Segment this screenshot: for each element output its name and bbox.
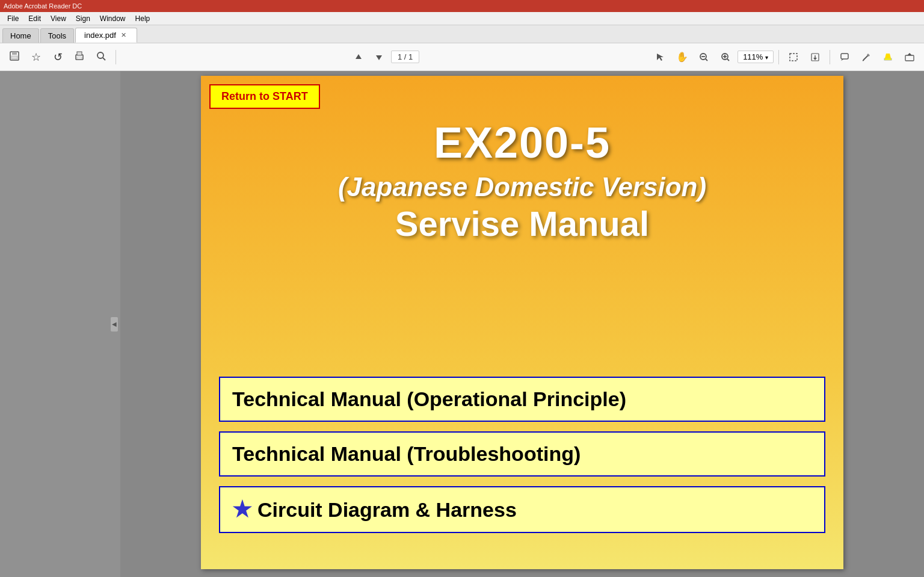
toolbar-separator-1 <box>116 50 116 64</box>
main-area: ◀ Return to START EX200-5 (Japanese Dome… <box>0 71 924 577</box>
svg-line-24 <box>863 55 868 60</box>
refresh-button[interactable]: ↺ <box>48 48 67 67</box>
page-indicator[interactable]: 1 / 1 <box>391 51 419 63</box>
zoom-dropdown-icon: ▾ <box>765 54 768 61</box>
menu-bar: File Edit View Sign Window Help <box>0 12 924 25</box>
zoom-value: 111% <box>743 52 763 61</box>
scrolling-tool-button[interactable] <box>805 48 825 67</box>
search-icon <box>96 51 106 64</box>
return-to-start-button[interactable]: Return to START <box>209 84 320 109</box>
menu-help[interactable]: Help <box>131 13 155 24</box>
print-button[interactable] <box>70 48 89 67</box>
svg-line-13 <box>706 59 707 61</box>
link-operational[interactable]: Technical Manual (Operational Principle) <box>219 377 825 422</box>
page-sep: / <box>404 52 408 61</box>
tab-file-label: index.pdf <box>84 31 116 40</box>
pdf-links-area: Technical Manual (Operational Principle)… <box>219 377 825 533</box>
chevron-left-icon: ◀ <box>112 321 117 327</box>
share-button[interactable] <box>900 48 919 67</box>
svg-rect-1 <box>12 52 17 55</box>
next-page-button[interactable] <box>371 49 387 66</box>
toolbar-right: ✋ 111% ▾ <box>651 48 919 67</box>
toolbar: ☆ ↺ 1 / 1 ✋ <box>0 43 924 71</box>
svg-marker-30 <box>907 53 912 55</box>
tab-home[interactable]: Home <box>2 28 39 43</box>
menu-sign[interactable]: Sign <box>71 13 95 24</box>
pdf-canvas: Return to START EX200-5 (Japanese Domest… <box>120 71 924 577</box>
menu-view[interactable]: View <box>46 13 71 24</box>
pdf-subtitle1: (Japanese Domestic Version) <box>201 172 843 202</box>
title-bar: Adobe Acrobat Reader DC <box>0 0 924 12</box>
save-button[interactable] <box>5 48 24 67</box>
current-page: 1 <box>398 52 402 61</box>
app-title: Adobe Acrobat Reader DC <box>4 2 82 10</box>
menu-edit[interactable]: Edit <box>23 13 46 24</box>
svg-rect-5 <box>77 57 82 59</box>
cursor-tool-button[interactable] <box>651 48 670 67</box>
bookmark-icon: ☆ <box>31 51 41 64</box>
tab-bar: Home Tools index.pdf ✕ <box>0 25 924 43</box>
highlight-button[interactable] <box>878 48 898 67</box>
svg-line-7 <box>103 58 105 60</box>
svg-line-26 <box>863 60 864 61</box>
save-icon <box>9 51 20 64</box>
svg-marker-10 <box>657 54 664 61</box>
link-operational-label: Technical Manual (Operational Principle) <box>232 387 626 411</box>
link-circuit-label: Circuit Diagram & Harness <box>257 498 517 522</box>
toolbar-separator-3 <box>830 50 830 64</box>
sidebar-panel: ◀ <box>0 71 120 577</box>
prev-page-button[interactable] <box>350 49 367 66</box>
print-icon <box>74 51 85 64</box>
link-troubleshooting[interactable]: Technical Manual (Troubleshooting) <box>219 431 825 477</box>
toolbar-center: 1 / 1 <box>121 49 648 66</box>
total-pages: 1 <box>408 52 413 61</box>
search-zoom-button[interactable] <box>91 48 111 67</box>
svg-rect-4 <box>77 52 82 55</box>
menu-window[interactable]: Window <box>95 13 131 24</box>
pdf-page: Return to START EX200-5 (Japanese Domest… <box>201 76 843 569</box>
toolbar-separator-2 <box>778 50 779 64</box>
sidebar-toggle-button[interactable]: ◀ <box>111 317 118 332</box>
link-circuit[interactable]: ★ Circuit Diagram & Harness <box>219 486 825 533</box>
link-troubleshooting-label: Technical Manual (Troubleshooting) <box>232 442 581 466</box>
comment-button[interactable] <box>835 48 854 67</box>
svg-marker-28 <box>885 54 891 58</box>
star-icon: ★ <box>232 497 251 522</box>
tab-close-button[interactable]: ✕ <box>120 31 128 40</box>
menu-file[interactable]: File <box>2 13 23 24</box>
svg-rect-27 <box>884 58 892 60</box>
svg-marker-9 <box>376 55 382 60</box>
refresh-icon: ↺ <box>54 51 63 64</box>
pdf-subtitle2: Servise Manual <box>201 203 843 244</box>
svg-marker-21 <box>813 58 817 60</box>
svg-rect-29 <box>905 55 914 61</box>
svg-rect-2 <box>11 56 17 59</box>
hand-tool-button[interactable]: ✋ <box>673 48 692 67</box>
marquee-tool-button[interactable] <box>784 48 803 67</box>
svg-rect-18 <box>790 54 797 61</box>
svg-line-17 <box>727 59 729 61</box>
pen-tool-button[interactable] <box>857 48 876 67</box>
pdf-main-title: EX200-5 <box>201 118 843 167</box>
tab-file[interactable]: index.pdf ✕ <box>75 28 137 43</box>
zoom-out-button[interactable] <box>694 48 713 67</box>
svg-point-6 <box>97 52 103 58</box>
hand-icon: ✋ <box>676 51 688 63</box>
zoom-level-display[interactable]: 111% ▾ <box>738 51 774 63</box>
svg-marker-8 <box>356 54 362 59</box>
svg-rect-22 <box>841 54 848 59</box>
zoom-in-button[interactable] <box>716 48 735 67</box>
tab-tools[interactable]: Tools <box>40 28 74 43</box>
bookmark-button[interactable]: ☆ <box>26 48 46 67</box>
